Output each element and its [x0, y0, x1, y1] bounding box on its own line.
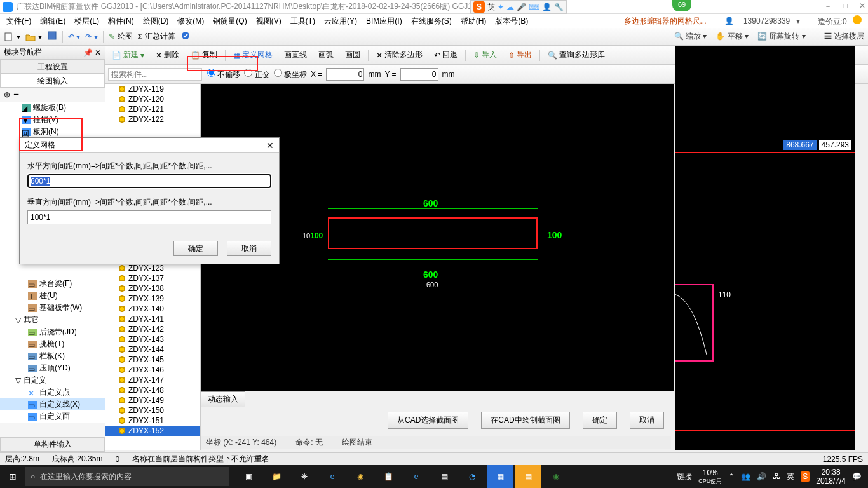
new-component-button[interactable]: 📄 新建 ▾ — [108, 48, 148, 62]
menu-file[interactable]: 文件(F) — [3, 16, 35, 27]
minimize-button[interactable]: － — [824, 1, 832, 12]
collapse-icon[interactable]: ━ — [14, 90, 18, 99]
folder-icon[interactable]: 📁 — [263, 465, 290, 488]
component-item[interactable]: ZDYX-120 — [105, 94, 200, 104]
rotate-button[interactable]: 🔄 屏幕旋转 ▾ — [757, 31, 806, 42]
ime-toolbar[interactable]: S 英 ✦☁🎤⌨👤🔧 — [470, 0, 567, 14]
dialog-ok-button[interactable]: 确定 — [173, 241, 218, 256]
app-icon-6[interactable]: ▦ — [487, 465, 513, 488]
draw-button[interactable]: ✎绘图 — [109, 31, 133, 42]
ime-lang[interactable]: 英 — [487, 2, 495, 13]
cad-draw-button[interactable]: 在CAD中绘制截面图 — [481, 412, 569, 429]
open-file-button[interactable]: ▾ — [25, 32, 42, 42]
component-item[interactable]: ZDYX-144 — [105, 344, 200, 355]
component-item[interactable]: ZDYX-123 — [105, 263, 200, 273]
y-input[interactable] — [400, 68, 438, 81]
search-component-input[interactable] — [108, 68, 202, 81]
tray-volume-icon[interactable]: 🔊 — [757, 472, 766, 481]
menu-draw[interactable]: 绘图(D) — [139, 16, 173, 27]
define-grid-button[interactable]: ▦ 定义网格 — [229, 48, 276, 62]
redo-button[interactable]: ↷ ▾ — [85, 32, 97, 41]
maximize-button[interactable]: □ — [843, 1, 848, 12]
component-item[interactable]: ZDYX-151 — [105, 416, 200, 426]
user-phone[interactable]: 👤 13907298339 ▾ — [717, 17, 804, 25]
radio-no-offset[interactable]: 不偏移 — [207, 69, 240, 80]
component-item[interactable]: ZDYX-140 — [105, 304, 200, 314]
menu-rebar[interactable]: 钢筋量(Q) — [209, 16, 250, 27]
draw-arc-button[interactable]: 画弧 — [315, 48, 337, 62]
radio-ortho[interactable]: 正交 — [244, 69, 269, 80]
menu-cloud[interactable]: 云应用(Y) — [320, 16, 361, 27]
select-floor-button[interactable]: ☰ 选择楼层 — [824, 31, 864, 42]
draw-line-button[interactable]: 画直线 — [280, 48, 311, 62]
nav-pin-icon[interactable]: 📌 ✕ — [83, 48, 101, 57]
tab-single-input[interactable]: 单构件输入 — [0, 437, 105, 451]
app-icon-1[interactable]: ❋ — [291, 465, 318, 488]
delete-button[interactable]: ✕ 删除 — [152, 48, 183, 62]
app-icon-2[interactable]: ◉ — [347, 465, 374, 488]
component-item[interactable]: ZDYX-149 — [105, 395, 200, 405]
menu-tools[interactable]: 工具(T) — [287, 16, 319, 27]
ie-icon[interactable]: e — [403, 465, 430, 488]
zoom-button[interactable]: 🔍 缩放 ▾ — [674, 31, 707, 42]
check-button[interactable] — [180, 30, 191, 43]
tray-people-icon[interactable]: 👥 — [741, 472, 750, 481]
h-spacing-input[interactable] — [27, 174, 271, 188]
menu-component[interactable]: 构件(N) — [104, 16, 138, 27]
cad-select-button[interactable]: 从CAD选择截面图 — [388, 412, 468, 429]
menu-floor[interactable]: 楼层(L) — [71, 16, 103, 27]
menu-bim[interactable]: BIM应用(I) — [362, 16, 406, 27]
close-button[interactable]: ✕ — [859, 1, 865, 12]
component-item[interactable]: ZDYX-145 — [105, 355, 200, 365]
component-item[interactable]: ZDYX-147 — [105, 375, 200, 385]
component-item[interactable]: ZDYX-121 — [105, 104, 200, 114]
clear-polygon-button[interactable]: ✕ 清除多边形 — [372, 48, 426, 62]
dynamic-input-toggle[interactable]: 动态输入 — [201, 391, 245, 407]
component-item[interactable]: ZDYX-141 — [105, 314, 200, 324]
component-item[interactable]: ZDYX-143 — [105, 334, 200, 344]
component-item[interactable]: ZDYX-119 — [105, 84, 200, 94]
task-view-icon[interactable]: ▣ — [235, 465, 262, 488]
app-icon-3[interactable]: 📋 — [375, 465, 402, 488]
component-item[interactable]: ZDYX-142 — [105, 324, 200, 334]
credit-label[interactable]: 造价豆:0 — [810, 15, 865, 27]
x-input[interactable] — [326, 68, 364, 81]
cancel-button[interactable]: 取消 — [630, 412, 664, 429]
taskbar-search[interactable]: ○ 在这里输入你要搜索的内容 — [25, 467, 229, 486]
back-button[interactable]: ↶ 回退 — [430, 48, 461, 62]
preview-3d-view[interactable]: 868.667 457.293 110 — [675, 46, 855, 450]
component-item[interactable]: ZDYX-148 — [105, 385, 200, 395]
tab-draw-input[interactable]: 绘图输入 — [0, 74, 105, 88]
v-spacing-input[interactable] — [27, 210, 271, 224]
menu-edit[interactable]: 编辑(E) — [36, 16, 69, 27]
new-file-button[interactable]: ▾ — [4, 32, 20, 42]
draw-circle-button[interactable]: 画圆 — [341, 48, 364, 62]
edge-icon[interactable]: e — [319, 465, 346, 488]
query-library-button[interactable]: 🔍 查询多边形库 — [544, 48, 609, 62]
save-button[interactable] — [47, 30, 57, 43]
tray-sogou-icon[interactable]: S — [801, 471, 810, 482]
app-icon-4[interactable]: ▤ — [431, 465, 458, 488]
confirm-button[interactable]: 确定 — [583, 412, 617, 429]
sum-button[interactable]: Σ汇总计算 — [138, 31, 175, 42]
tray-network-icon[interactable]: 🖧 — [773, 472, 780, 481]
tray-up-icon[interactable]: ⌃ — [728, 472, 735, 481]
component-item[interactable]: ZDYX-138 — [105, 283, 200, 294]
menu-modify[interactable]: 修改(M) — [173, 16, 208, 27]
taskbar-clock[interactable]: 20:38 2018/7/4 — [816, 468, 846, 486]
radio-polar[interactable]: 极坐标 — [274, 69, 307, 80]
dialog-cancel-button[interactable]: 取消 — [227, 241, 271, 256]
tab-project-settings[interactable]: 工程设置 — [0, 60, 105, 74]
component-item[interactable]: ZDYX-146 — [105, 365, 200, 375]
export-button[interactable]: ⇧ 导出 — [505, 48, 536, 62]
app-icon-7[interactable]: ▤ — [515, 465, 541, 488]
app-icon-5[interactable]: ◔ — [459, 465, 485, 488]
notification-icon[interactable]: 💬 — [852, 472, 862, 481]
undo-button[interactable]: ↶ ▾ — [68, 32, 80, 41]
copy-button[interactable]: 📋 复制 — [187, 48, 221, 62]
component-item[interactable]: ZDYX-150 — [105, 405, 200, 416]
menu-version[interactable]: 版本号(B) — [491, 16, 532, 27]
app-icon-8[interactable]: ◉ — [543, 465, 569, 488]
tray-ime-icon[interactable]: 英 — [787, 471, 794, 482]
menu-online[interactable]: 在线服务(S) — [407, 16, 456, 27]
